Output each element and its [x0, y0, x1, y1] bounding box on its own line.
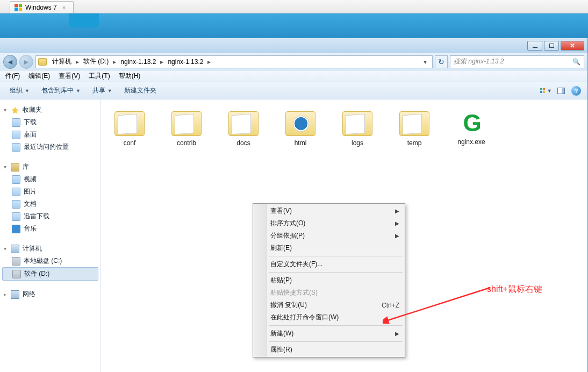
drive-icon [12, 270, 21, 278]
star-icon [11, 106, 19, 115]
vm-tab-label: Windows 7 [25, 4, 57, 11]
sidebar-item-music[interactable]: 音乐 [0, 223, 101, 235]
folder-conf[interactable]: conf [106, 111, 153, 147]
expand-icon: ▸ [2, 291, 8, 297]
window-close-button[interactable]: ✕ [561, 41, 584, 51]
folder-temp[interactable]: temp [391, 111, 438, 147]
search-icon[interactable]: 🔍 [572, 58, 580, 66]
breadcrumb-seg-3[interactable]: nginx-1.13.2 [166, 58, 205, 66]
preview-pane-button[interactable] [554, 85, 568, 97]
address-row: ◄ ► 计算机▸ 软件 (D:)▸ nginx-1.13.2▸ nginx-1.… [0, 53, 587, 70]
menu-help[interactable]: 帮助(H) [114, 70, 145, 82]
tool-new-folder[interactable]: 新建文件夹 [119, 84, 162, 97]
computer-icon [11, 245, 19, 253]
pane-icon [557, 88, 565, 94]
sidebar-group-libraries[interactable]: ▾库 [0, 161, 101, 173]
chevron-down-icon: ▼ [547, 88, 552, 94]
sidebar-item-drive-c[interactable]: 本地磁盘 (C:) [0, 255, 101, 267]
video-icon [12, 175, 20, 184]
cm-sort[interactable]: 排序方式(O)▶ [254, 217, 404, 230]
chevron-right-icon[interactable]: ▸ [112, 58, 117, 66]
vm-tab-win7[interactable]: Windows 7 × [10, 1, 74, 13]
search-input[interactable]: 搜索 nginx-1.13.2 🔍 [450, 55, 584, 68]
minimize-button[interactable] [527, 41, 542, 51]
sidebar-item-drive-d[interactable]: 软件 (D:) [2, 267, 98, 281]
breadcrumb-seg-2[interactable]: nginx-1.13.2 [118, 58, 158, 66]
cm-new[interactable]: 新建(W)▶ [254, 327, 404, 340]
folder-html[interactable]: html [277, 111, 324, 147]
tool-organize[interactable]: 组织▼ [4, 84, 35, 97]
menu-file[interactable]: 件(F) [1, 70, 24, 82]
thunder-icon [12, 212, 20, 221]
desktop-icon [12, 131, 20, 139]
sidebar-group-computer[interactable]: ▾计算机 [0, 242, 101, 255]
folder-icon [114, 111, 145, 136]
sidebar-group-favorites[interactable]: ▾收藏夹 [0, 104, 101, 116]
view-options-button[interactable]: ▼ [539, 85, 553, 97]
picture-icon [12, 188, 20, 196]
file-nginx-exe[interactable]: Gnginx.exe [448, 111, 494, 147]
cm-paste[interactable]: 粘贴(P) [254, 274, 404, 287]
breadcrumb[interactable]: 计算机▸ 软件 (D:)▸ nginx-1.13.2▸ nginx-1.13.2… [35, 55, 433, 68]
breadcrumb-seg-0[interactable]: 计算机 [50, 57, 74, 66]
recent-icon [12, 143, 20, 152]
chevron-down-icon: ▼ [25, 88, 30, 94]
cm-properties[interactable]: 属性(R) [254, 344, 404, 356]
expand-icon: ▾ [2, 164, 8, 170]
cm-open-cmd-here[interactable]: 在此处打开命令窗口(W) [254, 311, 404, 324]
nav-back-button[interactable]: ◄ [3, 55, 17, 69]
menu-edit[interactable]: 编辑(E) [24, 70, 54, 82]
menu-tools[interactable]: 工具(T) [84, 70, 114, 82]
folder-docs[interactable]: docs [220, 111, 267, 147]
refresh-button[interactable]: ↻ [435, 55, 448, 68]
breadcrumb-dropdown-icon[interactable]: ▾ [420, 58, 430, 66]
folder-icon [342, 111, 372, 136]
tool-share[interactable]: 共享▼ [87, 84, 118, 97]
sidebar-item-thunder[interactable]: 迅雷下载 [0, 210, 101, 223]
chevron-right-icon[interactable]: ▸ [159, 58, 164, 66]
tab-close-icon[interactable]: × [62, 4, 66, 11]
vm-tab-bar: Windows 7 × [0, 0, 588, 13]
view-icon [540, 88, 545, 93]
vm-background-strip [0, 13, 588, 38]
sidebar-item-videos[interactable]: 视频 [0, 173, 101, 185]
sidebar-item-recent[interactable]: 最近访问的位置 [0, 141, 101, 153]
sidebar-item-documents[interactable]: 文档 [0, 198, 101, 210]
nginx-exe-icon: G [458, 111, 484, 135]
folder-contrib[interactable]: contrib [163, 111, 210, 147]
cm-paste-shortcut: 粘贴快捷方式(S) [254, 287, 404, 299]
cm-view[interactable]: 查看(V)▶ [254, 205, 404, 217]
help-icon: ? [571, 86, 581, 96]
sidebar-item-downloads[interactable]: 下载 [0, 116, 101, 128]
folder-logs[interactable]: logs [334, 111, 381, 147]
chevron-down-icon: ▼ [76, 88, 81, 94]
menu-view[interactable]: 查看(V) [54, 70, 84, 82]
chevron-right-icon[interactable]: ▸ [75, 58, 80, 66]
submenu-arrow-icon: ▶ [395, 220, 399, 226]
chevron-down-icon: ▼ [107, 88, 112, 94]
document-icon [12, 200, 20, 209]
breadcrumb-seg-1[interactable]: 软件 (D:) [81, 57, 111, 66]
expand-icon: ▾ [2, 107, 8, 113]
folder-icon [171, 111, 202, 136]
submenu-arrow-icon: ▶ [395, 208, 399, 214]
help-button[interactable]: ? [569, 85, 583, 97]
cm-refresh[interactable]: 刷新(E) [254, 242, 404, 254]
nav-forward-button[interactable]: ► [19, 55, 33, 69]
annotation-text: shift+鼠标右键 [487, 284, 542, 295]
maximize-button[interactable] [544, 41, 559, 51]
folder-icon [399, 111, 429, 136]
submenu-arrow-icon: ▶ [395, 233, 399, 239]
expand-icon: ▾ [2, 246, 8, 252]
chevron-right-icon[interactable]: ▸ [206, 58, 212, 66]
cm-customize[interactable]: 自定义文件夹(F)... [254, 258, 404, 270]
toolbar: 组织▼ 包含到库中▼ 共享▼ 新建文件夹 ▼ ? [0, 82, 587, 99]
tool-include-in-library[interactable]: 包含到库中▼ [36, 84, 86, 97]
file-grid: conf contrib docs html logs temp Gnginx.… [101, 99, 587, 159]
cm-undo-copy[interactable]: 撤消 复制(U)Ctrl+Z [254, 299, 404, 311]
sidebar-group-network[interactable]: ▸网络 [0, 288, 101, 301]
window-titlebar[interactable]: ✕ [0, 38, 587, 53]
sidebar-item-desktop[interactable]: 桌面 [0, 128, 101, 141]
cm-group[interactable]: 分组依据(P)▶ [254, 230, 404, 242]
sidebar-item-pictures[interactable]: 图片 [0, 185, 101, 198]
